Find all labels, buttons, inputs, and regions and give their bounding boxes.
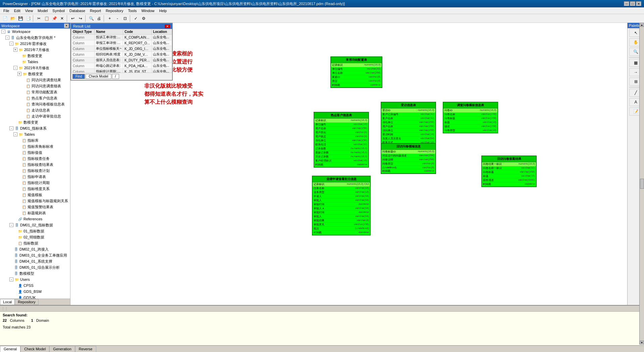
- tree-item[interactable]: -🗄DM01_02_指标数据: [0, 222, 70, 228]
- tree-item[interactable]: 📋指标库: [0, 137, 70, 143]
- tree-item[interactable]: 📁数模变更: [0, 53, 70, 59]
- btab-general[interactable]: General: [0, 346, 20, 352]
- tree-item[interactable]: -📁Users: [0, 276, 70, 282]
- tree-item[interactable]: 📁01_指标数据: [0, 228, 70, 234]
- vscroll-thumb[interactable]: [640, 179, 644, 189]
- tb-find[interactable]: 🔍: [88, 15, 95, 22]
- tb-print[interactable]: 🖨: [95, 15, 103, 22]
- vscroll-up[interactable]: ▲: [640, 23, 644, 27]
- menu-window[interactable]: Window: [139, 8, 156, 13]
- tree-item[interactable]: 📋规值模板与标题规则关系: [0, 198, 70, 204]
- dialog-close-button[interactable]: ✕: [165, 25, 170, 28]
- minimize-button[interactable]: ─: [624, 1, 629, 6]
- tb-save-all[interactable]: 📑: [24, 15, 32, 22]
- tree-item[interactable]: -🗄DM01_指标体系: [0, 125, 70, 131]
- tb-zoom-fit[interactable]: ⊡: [121, 15, 129, 22]
- tree-item[interactable]: 📋查询问卷模板信息表: [0, 101, 70, 107]
- tb-check[interactable]: ✓: [132, 15, 140, 22]
- tree-item[interactable]: 👤GDSJK: [0, 295, 70, 299]
- result-row[interactable]: Column 投诉工单详情:主键 K_COMPLAIN_... 山东全电...: [71, 35, 172, 40]
- tree-item[interactable]: 🗄DM02_01_跨接入: [0, 246, 70, 252]
- menu-file[interactable]: File: [1, 8, 11, 13]
- tree-item[interactable]: 📋指标值值: [0, 149, 70, 156]
- tree-item[interactable]: 📋走访信息表: [0, 107, 70, 113]
- tree-item[interactable]: 📋指标核查计划: [0, 168, 70, 174]
- result-row[interactable]: Column 单位指标模板关~ K_JD_ORG_IDX... 山东全电...: [71, 46, 172, 52]
- tree-expand-icon[interactable]: -: [9, 277, 13, 281]
- generation-tab[interactable]: /: [112, 74, 119, 79]
- tb-save[interactable]: 💾: [17, 15, 24, 22]
- tree-item[interactable]: 📋走访申请审批信息: [0, 113, 70, 119]
- menu-database[interactable]: Database: [67, 8, 87, 13]
- result-row[interactable]: Column 举报工单详情:主键 K_REPORT_O... 山东全电...: [71, 40, 172, 46]
- menu-symbol[interactable]: Symbol: [50, 8, 67, 13]
- tb-delete[interactable]: ✕: [58, 15, 66, 22]
- tb-new[interactable]: 📄: [1, 15, 9, 22]
- tree-item[interactable]: 📁Tables: [0, 59, 70, 65]
- tree-item[interactable]: 📋同访问意调查细表: [0, 83, 70, 89]
- tree-item[interactable]: 📋指标申请表: [0, 174, 70, 180]
- tree-item[interactable]: 📋常用功能配置表: [0, 89, 70, 95]
- tree-item[interactable]: 📋同访问意调查结果: [0, 77, 70, 83]
- menu-repository[interactable]: Repository: [104, 8, 125, 13]
- tree-item[interactable]: 📋规值预警结果表: [0, 204, 70, 210]
- tb-paste[interactable]: 📌: [51, 15, 58, 22]
- tree-item[interactable]: 🔗References: [0, 216, 70, 222]
- tree-item[interactable]: +📁数模变更: [0, 71, 70, 77]
- tree-item[interactable]: -📁Tables: [0, 131, 70, 137]
- check-model-tab[interactable]: Check Model: [86, 74, 111, 79]
- tree-item[interactable]: -📁2021年8月修改: [0, 65, 70, 71]
- tree-expand-icon[interactable]: -: [9, 223, 13, 227]
- dialog-scroll-area[interactable]: Object Type Name Code Location Column 投诉…: [71, 29, 172, 73]
- tb-undo[interactable]: ↩: [69, 15, 76, 22]
- result-row[interactable]: Column 指标统计周期:周~ K_JS_IDX_STA... 山东全电...: [71, 69, 172, 73]
- tree-item[interactable]: 🗄DM04_01_系统支撑: [0, 258, 70, 264]
- tree-expand-icon[interactable]: -: [9, 42, 13, 46]
- tree-expand-icon[interactable]: +: [17, 72, 21, 76]
- vscroll-down[interactable]: ▼: [640, 341, 644, 345]
- tree-item[interactable]: 🗄数模模型: [0, 270, 70, 276]
- bottom-drag-handle[interactable]: ⋮⋮: [0, 306, 644, 312]
- menu-tools[interactable]: Tools: [126, 8, 139, 13]
- tree-item[interactable]: -🗄山东全电化数字供电所 *: [0, 35, 70, 41]
- tb-generate[interactable]: ⚙: [140, 15, 147, 22]
- menu-model[interactable]: Model: [36, 8, 50, 13]
- tree-item[interactable]: 📁数模变更: [0, 119, 70, 125]
- tree-item[interactable]: -📁2021年需求修改: [0, 41, 70, 47]
- tb-copy[interactable]: 📋: [43, 15, 50, 22]
- tree-expand-icon[interactable]: +: [13, 48, 17, 52]
- tree-item[interactable]: 📋指标数据: [0, 240, 70, 246]
- tree-item[interactable]: 🗄DM05_01_综合展示分析: [0, 264, 70, 270]
- maximize-button[interactable]: □: [630, 1, 635, 6]
- tree-expand-icon[interactable]: -: [1, 30, 5, 34]
- tree-expand-icon[interactable]: -: [13, 66, 17, 70]
- result-row[interactable]: Column 组织结构表:维度 K_JD_DIM_VAL... 山东全电...: [71, 52, 172, 57]
- tree-expand-icon[interactable]: -: [5, 36, 9, 40]
- center-canvas[interactable]: Result List ✕ Object Type Name Code Loca…: [70, 23, 627, 305]
- tree-item[interactable]: 📋指标核查结果表: [0, 162, 70, 168]
- tb-zoom-out[interactable]: -: [114, 15, 121, 22]
- result-row[interactable]: Column 终端心跳记录表: K_PDA_HEART... 山东全电...: [71, 63, 172, 69]
- local-tab[interactable]: Local: [0, 299, 15, 305]
- menu-report[interactable]: Report: [88, 8, 103, 13]
- tree-item[interactable]: 📋指标库角标标准: [0, 143, 70, 149]
- tb-zoom-in[interactable]: +: [106, 15, 113, 22]
- find-tab[interactable]: Find: [72, 74, 85, 79]
- tree-item[interactable]: 📋标题规则表: [0, 210, 70, 216]
- tree-expand-icon[interactable]: -: [13, 132, 17, 136]
- menu-view[interactable]: View: [23, 8, 35, 13]
- btab-generation[interactable]: Generation: [49, 346, 75, 352]
- main-vscrollbar[interactable]: ▲ ▼: [639, 23, 644, 345]
- tree-item[interactable]: 📁02_明细数据: [0, 234, 70, 240]
- close-button[interactable]: ✕: [636, 1, 641, 6]
- menu-edit[interactable]: Edit: [12, 8, 22, 13]
- result-row[interactable]: Column 值班人员信息表: K_DUTY_PERS... 山东全电...: [71, 57, 172, 63]
- tree-item[interactable]: -🖥Workspace: [0, 29, 70, 35]
- tree-item[interactable]: 📋指标统计周期: [0, 180, 70, 186]
- tb-cut[interactable]: ✂: [35, 15, 43, 22]
- tree-item[interactable]: 📋规值模板: [0, 192, 70, 198]
- tb-redo[interactable]: ↪: [77, 15, 84, 22]
- tree-item[interactable]: 📋热点客户信息表: [0, 95, 70, 101]
- btab-check-model[interactable]: Check Model: [20, 346, 49, 352]
- tree-item[interactable]: +📁2021年7月修改: [0, 47, 70, 53]
